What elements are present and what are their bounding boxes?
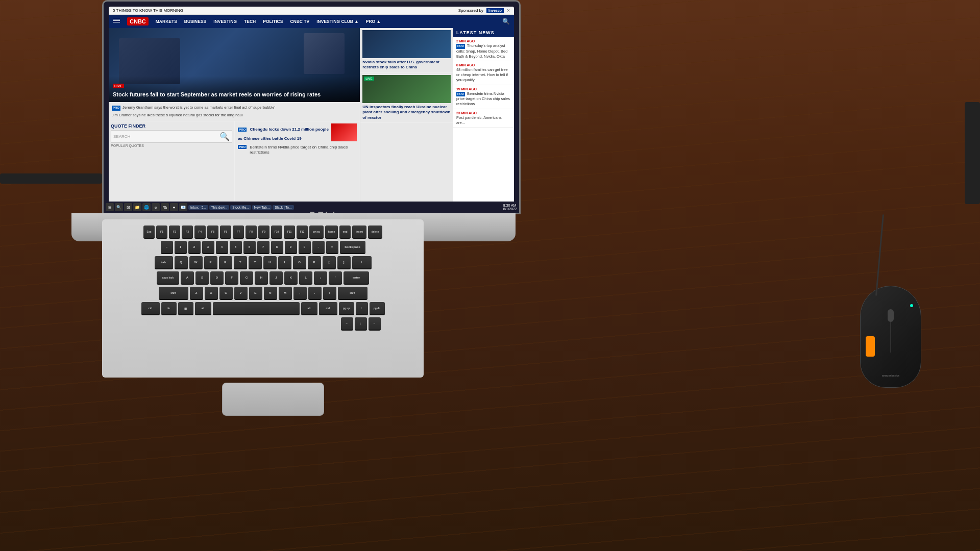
key-f12[interactable]: F12 — [297, 226, 308, 239]
key-shift-left[interactable]: shift — [159, 287, 188, 300]
key-f[interactable]: F — [225, 271, 238, 285]
key-f11[interactable]: F11 — [284, 226, 295, 239]
key-7[interactable]: 7 — [257, 241, 270, 254]
nav-pro[interactable]: PRO ▲ — [366, 19, 381, 24]
key-insert[interactable]: insert — [352, 226, 366, 239]
ad-close-button[interactable]: × — [507, 8, 510, 13]
key-f1[interactable]: F1 — [156, 226, 167, 239]
key-windows[interactable]: ⊞ — [178, 302, 193, 315]
key-f6[interactable]: F6 — [220, 226, 231, 239]
key-i[interactable]: I — [278, 256, 291, 269]
key-b[interactable]: B — [249, 287, 262, 300]
store-icon[interactable]: 🛍 — [161, 203, 169, 211]
nav-business[interactable]: BUSINESS — [184, 19, 206, 24]
key-y[interactable]: Y — [249, 256, 262, 269]
key-f2[interactable]: F2 — [169, 226, 180, 239]
file-explorer[interactable]: 📁 — [133, 203, 141, 211]
key-backtick[interactable]: ~ — [161, 241, 173, 254]
key-slash[interactable]: / — [323, 287, 336, 300]
key-f8[interactable]: F8 — [246, 226, 257, 239]
tab-stock[interactable]: Stock Me... — [230, 205, 251, 210]
key-a[interactable]: A — [181, 271, 194, 285]
key-1[interactable]: 1 — [175, 241, 187, 254]
outlook-icon[interactable]: 📧 — [179, 203, 187, 211]
key-end[interactable]: end — [339, 226, 351, 239]
key-4[interactable]: 4 — [216, 241, 228, 254]
nav-cnbctv[interactable]: CNBC TV — [290, 19, 309, 24]
key-5[interactable]: 5 — [230, 241, 242, 254]
key-2[interactable]: 2 — [188, 241, 201, 254]
key-delete[interactable]: delete — [368, 226, 382, 239]
key-lbracket[interactable]: [ — [323, 256, 336, 269]
key-u[interactable]: U — [263, 256, 277, 269]
key-g[interactable]: G — [240, 271, 253, 285]
key-pgup[interactable]: pg up — [339, 302, 354, 315]
tab-inbox[interactable]: Inbox - 5... — [188, 205, 208, 210]
key-j[interactable]: J — [270, 271, 283, 285]
key-z[interactable]: Z — [190, 287, 203, 300]
key-home[interactable]: home — [325, 226, 338, 239]
key-right[interactable]: → — [369, 317, 381, 331]
key-f3[interactable]: F3 — [182, 226, 193, 239]
key-d[interactable]: D — [210, 271, 224, 285]
key-q[interactable]: Q — [175, 256, 188, 269]
key-backspace[interactable]: backspace — [340, 241, 365, 254]
nav-investing-club[interactable]: INVESTING CLUB ▲ — [316, 19, 359, 24]
key-8[interactable]: 8 — [271, 241, 283, 254]
key-ctrl-right[interactable]: ctrl — [319, 302, 337, 315]
key-minus[interactable]: - — [312, 241, 325, 254]
key-6[interactable]: 6 — [243, 241, 256, 254]
key-f4[interactable]: F4 — [194, 226, 206, 239]
key-e[interactable]: E — [204, 256, 217, 269]
nav-markets[interactable]: MARKETS — [156, 19, 177, 24]
search-icon[interactable]: 🔍 — [502, 18, 510, 25]
key-m[interactable]: M — [279, 287, 292, 300]
key-p[interactable]: P — [308, 256, 321, 269]
key-ctrl-left[interactable]: ctrl — [141, 302, 160, 315]
key-f5[interactable]: F5 — [207, 226, 218, 239]
key-l[interactable]: L — [299, 271, 312, 285]
key-left[interactable]: ← — [341, 317, 353, 331]
tab-slack[interactable]: Slack | To... — [273, 205, 293, 210]
key-n[interactable]: N — [264, 287, 277, 300]
key-prtsc[interactable]: prt sc — [309, 226, 324, 239]
tab-new[interactable]: New Tab... — [252, 205, 272, 210]
key-f10[interactable]: F10 — [271, 226, 282, 239]
key-o[interactable]: O — [293, 256, 306, 269]
key-equals[interactable]: = — [326, 241, 338, 254]
key-up[interactable]: ↑ — [356, 302, 368, 315]
mouse[interactable]: amazonbasics — [860, 286, 919, 385]
key-c[interactable]: C — [219, 287, 233, 300]
key-9[interactable]: 9 — [285, 241, 297, 254]
key-f7[interactable]: F7 — [233, 226, 244, 239]
key-f9[interactable]: F9 — [258, 226, 270, 239]
key-h[interactable]: H — [255, 271, 268, 285]
key-x[interactable]: X — [205, 287, 218, 300]
chrome-icon[interactable]: ● — [170, 203, 178, 211]
key-shift-right[interactable]: shift — [338, 287, 368, 300]
key-k[interactable]: K — [284, 271, 298, 285]
key-alt-right[interactable]: alt — [301, 302, 317, 315]
key-esc[interactable]: Esc — [143, 226, 155, 239]
key-pgdn[interactable]: pg dn — [370, 302, 385, 315]
ie-icon[interactable]: e — [152, 203, 160, 211]
key-rbracket[interactable]: ] — [337, 256, 351, 269]
key-r[interactable]: R — [219, 256, 232, 269]
edge-icon[interactable]: 🌐 — [142, 203, 151, 211]
search-taskbar[interactable]: 🔍 — [115, 203, 123, 211]
mouse-scroll-wheel[interactable] — [888, 309, 894, 322]
key-3[interactable]: 3 — [202, 241, 214, 254]
nav-politics[interactable]: POLITICS — [263, 19, 283, 24]
key-semicolon[interactable]: ; — [314, 271, 327, 285]
key-w[interactable]: W — [189, 256, 203, 269]
key-v[interactable]: V — [234, 287, 248, 300]
tab-device[interactable]: This devi... — [209, 205, 229, 210]
nav-tech[interactable]: TECH — [244, 19, 256, 24]
trackpad[interactable] — [222, 383, 324, 416]
key-quote[interactable]: ' — [329, 271, 342, 285]
search-row[interactable]: SEARCH 🔍 — [111, 130, 232, 143]
key-caps[interactable]: caps lock — [157, 271, 179, 285]
key-alt-left[interactable]: alt — [195, 302, 211, 315]
key-tab[interactable]: tab — [155, 256, 173, 269]
key-down[interactable]: ↓ — [355, 317, 367, 331]
